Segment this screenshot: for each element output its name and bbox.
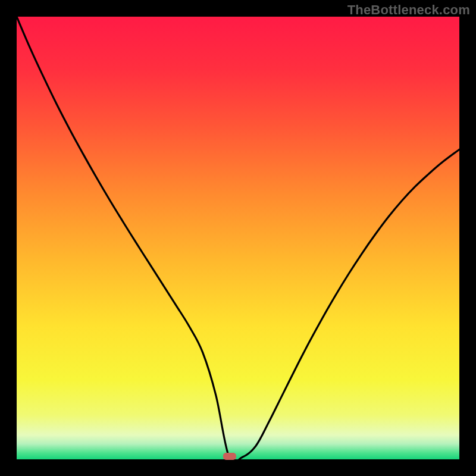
chart-frame: TheBottleneck.com bbox=[0, 0, 476, 476]
bottleneck-chart bbox=[0, 0, 476, 476]
attribution-text: TheBottleneck.com bbox=[347, 2, 470, 18]
selected-config-marker bbox=[223, 453, 236, 460]
plot-background bbox=[17, 17, 459, 459]
